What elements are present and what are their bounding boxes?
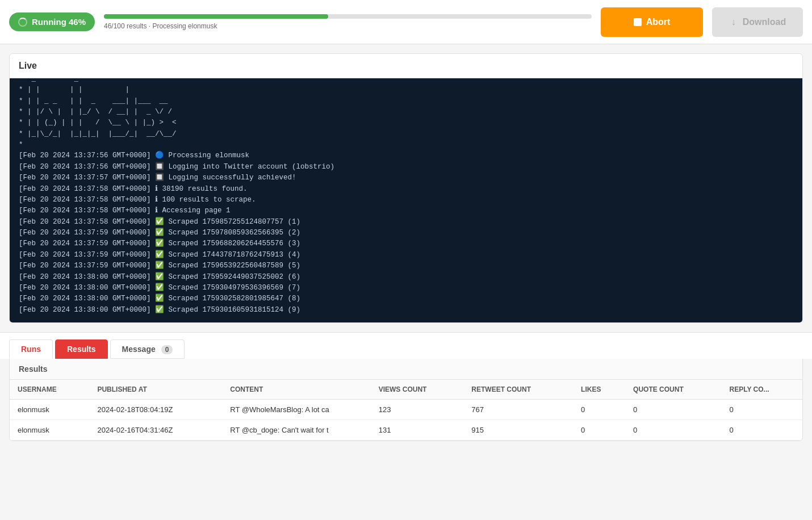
log-line: [Feb 20 2024 13:37:56 GMT+0000] 🔵 Proces… bbox=[19, 150, 793, 161]
table-cell: 2024-02-18T08:04:19Z bbox=[89, 400, 222, 420]
table-row: elonmusk2024-02-16T04:31:46ZRT @cb_doge:… bbox=[10, 420, 802, 441]
col-published-at: PUBLISHED AT bbox=[89, 380, 222, 400]
col-views-count: VIEWS COUNT bbox=[371, 380, 464, 400]
log-line: * bbox=[19, 140, 793, 150]
stop-icon bbox=[634, 18, 642, 26]
log-line: [Feb 20 2024 13:37:58 GMT+0000] ℹ Access… bbox=[19, 206, 793, 216]
table-cell: 0 bbox=[573, 420, 625, 441]
log-line: [Feb 20 2024 13:37:58 GMT+0000] ✅ Scrape… bbox=[19, 217, 793, 228]
results-tbody: elonmusk2024-02-18T08:04:19ZRT @WholeMar… bbox=[10, 400, 802, 441]
log-line: * | | (_) | | | / \__ \ | |_) > < bbox=[19, 118, 793, 128]
table-cell: 915 bbox=[463, 420, 573, 441]
progress-bar-track bbox=[104, 14, 592, 19]
results-table: USERNAME PUBLISHED AT CONTENT VIEWS COUN… bbox=[10, 380, 802, 441]
table-cell: 0 bbox=[625, 400, 721, 420]
progress-area: 46/100 results · Processing elonmusk bbox=[104, 14, 592, 30]
col-content: CONTENT bbox=[222, 380, 370, 400]
tab-runs[interactable]: Runs bbox=[9, 339, 53, 359]
log-line: [Feb 20 2024 13:37:57 GMT+0000] 🔲 Loggin… bbox=[19, 173, 793, 183]
abort-button[interactable]: Abort bbox=[601, 7, 703, 37]
table-cell: 0 bbox=[573, 400, 625, 420]
table-header-row: USERNAME PUBLISHED AT CONTENT VIEWS COUN… bbox=[10, 380, 802, 400]
log-line: [Feb 20 2024 13:38:00 GMT+0000] ✅ Scrape… bbox=[19, 283, 793, 293]
log-line: * |_|\_/_| |_|_|_| |___/_| __/\__/ bbox=[19, 129, 793, 140]
table-cell: elonmusk bbox=[10, 420, 89, 441]
progress-label: 46/100 results · Processing elonmusk bbox=[104, 22, 592, 30]
log-line: [Feb 20 2024 13:38:00 GMT+0000] ✅ Scrape… bbox=[19, 293, 793, 304]
tab-runs-label: Runs bbox=[21, 345, 41, 354]
table-cell: elonmusk bbox=[10, 400, 89, 420]
log-line: [Feb 20 2024 13:38:00 GMT+0000] ✅ Scrape… bbox=[19, 272, 793, 283]
log-line: * _ _ bbox=[19, 78, 793, 85]
download-button[interactable]: Download bbox=[712, 7, 803, 37]
download-label: Download bbox=[743, 17, 786, 27]
terminal[interactable]: * Run 566e04a7c87a480b8d5d42d03d702de0 s… bbox=[10, 78, 802, 322]
progress-bar-fill bbox=[104, 14, 328, 19]
table-cell: RT @WholeMarsBlog: A lot ca bbox=[222, 400, 370, 420]
tab-message[interactable]: Message 0 bbox=[110, 339, 185, 359]
running-badge: Running 46% bbox=[9, 12, 95, 31]
log-line: [Feb 20 2024 13:37:56 GMT+0000] 🔲 Loggin… bbox=[19, 162, 793, 173]
col-quote-count: QUOTE COUNT bbox=[625, 380, 721, 400]
log-line: [Feb 20 2024 13:37:59 GMT+0000] ✅ Scrape… bbox=[19, 261, 793, 271]
tab-message-label: Message bbox=[122, 345, 156, 354]
tab-message-badge: 0 bbox=[161, 345, 173, 354]
table-cell: 0 bbox=[722, 420, 802, 441]
table-cell: 123 bbox=[371, 400, 464, 420]
log-line: [Feb 20 2024 13:37:58 GMT+0000] ℹ 38190 … bbox=[19, 184, 793, 195]
table-cell: 131 bbox=[371, 420, 464, 441]
log-line: [Feb 20 2024 13:37:59 GMT+0000] ✅ Scrape… bbox=[19, 238, 793, 249]
table-cell: 0 bbox=[722, 400, 802, 420]
table-cell: 767 bbox=[463, 400, 573, 420]
tab-results-label: Results bbox=[67, 345, 96, 354]
spin-icon bbox=[18, 18, 27, 27]
download-icon bbox=[729, 18, 738, 27]
log-line: * | | _ _ | | _ ___| |___ __ bbox=[19, 96, 793, 107]
col-likes: LIKES bbox=[573, 380, 625, 400]
tabs-area: Runs Results Message 0 bbox=[0, 332, 812, 359]
col-reply-count: REPLY CO... bbox=[722, 380, 802, 400]
table-cell: 2024-02-16T04:31:46Z bbox=[89, 420, 222, 441]
log-line: [Feb 20 2024 13:37:59 GMT+0000] ✅ Scrape… bbox=[19, 228, 793, 238]
col-retweet-count: RETWEET COUNT bbox=[463, 380, 573, 400]
topbar: Running 46% 46/100 results · Processing … bbox=[0, 0, 812, 44]
table-header: USERNAME PUBLISHED AT CONTENT VIEWS COUN… bbox=[10, 380, 802, 400]
tab-results[interactable]: Results bbox=[55, 339, 108, 359]
table-cell: RT @cb_doge: Can't wait for t bbox=[222, 420, 370, 441]
results-section: Results USERNAME PUBLISHED AT CONTENT VI… bbox=[9, 359, 803, 441]
live-header: Live bbox=[10, 54, 802, 78]
results-header: Results bbox=[10, 359, 802, 380]
col-username: USERNAME bbox=[10, 380, 89, 400]
log-line: [Feb 20 2024 13:38:00 GMT+0000] ✅ Scrape… bbox=[19, 305, 793, 316]
abort-label: Abort bbox=[646, 17, 671, 27]
log-line: [Feb 20 2024 13:37:58 GMT+0000] ℹ 100 re… bbox=[19, 195, 793, 206]
log-line: * | | | | | bbox=[19, 85, 793, 95]
table-row: elonmusk2024-02-18T08:04:19ZRT @WholeMar… bbox=[10, 400, 802, 420]
running-label: Running 46% bbox=[32, 17, 86, 27]
live-section: Live * Run 566e04a7c87a480b8d5d42d03d702… bbox=[9, 53, 803, 323]
log-line: [Feb 20 2024 13:37:59 GMT+0000] ✅ Scrape… bbox=[19, 250, 793, 261]
table-cell: 0 bbox=[625, 420, 721, 441]
log-line: * | |/ \ | | |_/ \ / __| | _ \/ / bbox=[19, 107, 793, 118]
